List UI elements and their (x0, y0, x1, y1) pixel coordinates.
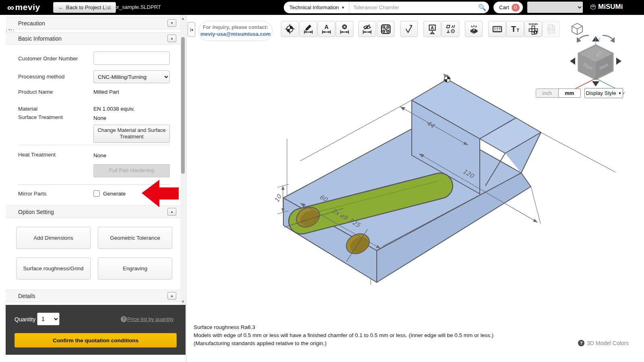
quotation-footer: Quantity 1 ? Price list by quantity Conf… (6, 305, 186, 355)
geometric-tolerance-button[interactable]: Geometric Tolerance (98, 227, 172, 249)
open-file-name: mirror_sample.SLDPRT (105, 4, 161, 10)
heat-treatment-value: None (93, 152, 106, 158)
rotate-left-icon[interactable] (578, 35, 589, 40)
mirror-generate-checkbox[interactable] (93, 190, 100, 197)
delete-dimension-icon[interactable] (336, 21, 353, 37)
quantity-label: Quantity (14, 316, 35, 323)
geometric-tolerance-icon[interactable] (442, 21, 459, 37)
rotate-right-step-icon[interactable] (616, 58, 621, 65)
engraving-button[interactable]: Engraving (98, 257, 172, 280)
svg-text:z: z (598, 37, 601, 41)
viewer-collapse-handle[interactable]: |◂ (188, 22, 195, 37)
chevron-down-icon: ▼ (618, 91, 622, 95)
mirror-generate-label: Generate (103, 191, 126, 197)
section-header-precaution[interactable]: Precaution▼ (6, 17, 180, 29)
section-header-details[interactable]: Details▲ (6, 290, 180, 302)
processing-method-label: Processing method (18, 74, 65, 80)
full-part-hardening-button: Full Part Hardening (93, 164, 170, 177)
origin-datum-icon[interactable] (281, 21, 299, 37)
note-manufacturing: (Manufacturing standards applied relativ… (194, 340, 326, 346)
engraving-icon[interactable]: A (465, 21, 483, 37)
dxf-export-icon: DXF (542, 21, 560, 37)
note-surface-roughness: Surface roughness Ra6.3 (194, 324, 255, 330)
svg-text:T: T (516, 28, 519, 33)
meviy-infinity-icon: ∞ (7, 2, 14, 13)
surface-treatment-label: Surface Treatment (18, 114, 63, 120)
mirror-parts-callout-arrow (142, 180, 179, 207)
display-style-dropdown[interactable]: Display Style▼ (584, 88, 623, 98)
confirm-quotation-button[interactable]: Confirm the quotation conditions (14, 333, 177, 348)
text-size-icon[interactable]: T T (506, 21, 524, 37)
cart-count-badge: 0 (512, 4, 520, 12)
svg-text:DXF: DXF (548, 28, 553, 31)
svg-text:1 2 3: 1 2 3 (494, 27, 500, 30)
material-value: EN 1.0038 equiv. (93, 106, 135, 112)
cart-button[interactable]: Cart 0 (493, 2, 523, 13)
note-chamfer: Models with edge of 0.5 mm or less will … (194, 332, 493, 338)
account-select[interactable] (527, 2, 583, 13)
six-views-download-icon[interactable]: 6VIEWS (524, 21, 542, 37)
processing-method-select[interactable]: CNC-Milling/Turning (93, 70, 170, 83)
settings-sidebar: ▸| Precaution▼ Basic Information▲ Custom… (6, 15, 180, 305)
unit-inch-option[interactable]: inch (536, 89, 558, 97)
edit-dimension-icon[interactable] (299, 21, 317, 37)
rotate-right-icon[interactable] (603, 35, 613, 40)
surface-roughness-icon[interactable] (400, 21, 418, 37)
inquiry-contact-text: For inquiry, please contact: (203, 24, 268, 31)
svg-text:A: A (472, 28, 475, 32)
model-colors-link[interactable]: ? 3D Model Colors (578, 340, 629, 346)
meviy-logo[interactable]: ∞meviy (7, 2, 40, 13)
section-header-option-setting[interactable]: Option Setting▲ (6, 206, 180, 218)
collapse-option-setting-icon[interactable]: ▲ (167, 208, 176, 216)
svg-text:T: T (511, 25, 516, 33)
help-icon: ? (121, 316, 127, 322)
section-header-basic-information[interactable]: Basic Information▲ (6, 32, 180, 45)
customer-order-number-label: Customer Order Number (18, 56, 78, 62)
back-arrow-icon: ← (58, 4, 64, 10)
add-text-dimension-icon[interactable]: A (318, 21, 335, 37)
search-input[interactable] (349, 4, 475, 10)
search-category-select[interactable]: Technical Information▼ (284, 2, 349, 13)
dimension-values-icon[interactable]: 1 2 3 (488, 21, 506, 37)
header-search: Technical Information▼ 🔍 (284, 2, 489, 13)
datum-symbol-icon[interactable]: A (423, 21, 441, 37)
svg-text:A: A (431, 25, 434, 30)
unit-mm-option[interactable]: mm (558, 88, 581, 98)
mirror-parts-label: Mirror Parts (18, 191, 47, 197)
view-cube-widget[interactable]: z Top Right Back x y (560, 22, 632, 99)
help-icon: ? (578, 340, 584, 346)
hole-group-icon[interactable] (377, 21, 394, 37)
hide-dimension-icon[interactable] (358, 21, 376, 37)
customer-order-number-input[interactable] (93, 51, 170, 65)
viewer-panel: |◂ For inquiry, please contact: meviy-us… (186, 15, 644, 362)
sidebar-scrollbar-thumb[interactable] (181, 37, 185, 174)
price-list-link[interactable]: Price list by quantity (127, 316, 174, 322)
change-material-button[interactable]: Change Material and Surface Treatment (93, 125, 170, 143)
dim-thickness: 10 (273, 193, 283, 204)
unit-toggle[interactable]: inch mm (536, 88, 581, 98)
misumi-cube-icon (590, 4, 596, 10)
scroll-down-icon[interactable]: ▼ (180, 299, 186, 304)
scroll-up-icon[interactable]: ▲ (180, 16, 186, 21)
material-label: Material (18, 106, 37, 112)
divider (18, 145, 170, 145)
chevron-down-icon: ▼ (341, 6, 345, 10)
quantity-select[interactable]: 1 (37, 313, 60, 325)
product-name-label: Product Name (18, 89, 53, 95)
collapse-details-icon[interactable]: ▲ (167, 292, 176, 300)
misumi-logo: MiSUMi (590, 3, 623, 11)
add-dimensions-button[interactable]: Add Dimensions (16, 227, 91, 249)
collapse-basic-information-icon[interactable]: ▲ (167, 35, 176, 42)
rotate-down-icon[interactable] (592, 81, 599, 86)
app-header: ∞meviy ← Back to Project List mirror_sam… (0, 0, 644, 15)
svg-text:A: A (324, 24, 328, 30)
isometric-view-icon[interactable] (572, 23, 582, 35)
surface-roughness-grind-button[interactable]: Surface roughness/Grind (16, 257, 91, 280)
rotate-left-step-icon[interactable] (570, 58, 575, 65)
product-name-value: Milled Part (93, 89, 119, 95)
surface-treatment-value: None (93, 115, 106, 121)
heat-treatment-label: Heat Treatment (18, 152, 56, 158)
expand-precaution-icon[interactable]: ▼ (167, 19, 176, 27)
search-icon[interactable]: 🔍 (475, 4, 489, 11)
